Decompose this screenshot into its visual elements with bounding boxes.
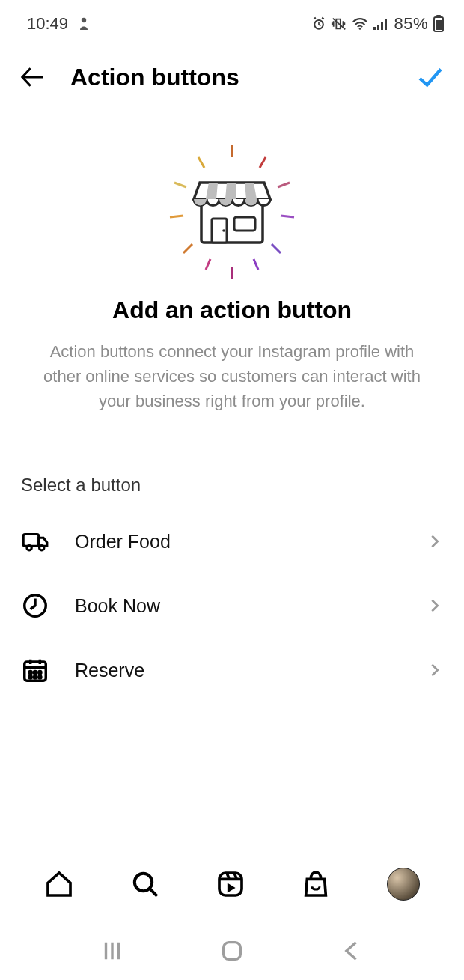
bottom-nav (0, 857, 464, 911)
option-label: Order Food (75, 531, 171, 553)
svg-rect-3 (373, 27, 376, 30)
battery-pct: 85% (394, 14, 428, 34)
svg-line-15 (170, 216, 183, 217)
svg-rect-9 (436, 20, 442, 30)
svg-rect-38 (219, 873, 242, 895)
svg-line-14 (278, 183, 290, 187)
svg-point-34 (29, 676, 31, 678)
svg-line-16 (281, 216, 294, 217)
option-order-food[interactable]: Order Food (0, 509, 464, 573)
chevron-right-icon (427, 662, 443, 678)
option-reserve[interactable]: Reserve (0, 638, 464, 702)
svg-point-28 (40, 546, 44, 550)
reels-icon[interactable] (216, 869, 245, 899)
battery-icon (433, 15, 445, 33)
option-label: Reserve (75, 660, 144, 681)
page-header: Action buttons (0, 48, 464, 111)
svg-point-24 (222, 229, 225, 232)
truck-icon (21, 527, 49, 556)
vibrate-icon (331, 16, 347, 31)
back-arrow-icon[interactable] (18, 62, 48, 92)
svg-point-32 (34, 672, 36, 674)
svg-line-18 (272, 244, 281, 253)
wifi-icon (352, 16, 368, 31)
svg-line-20 (254, 259, 258, 270)
calendar-icon (21, 656, 49, 684)
svg-line-17 (183, 244, 192, 253)
hero-description: Action buttons connect your Instagram pr… (30, 339, 434, 413)
option-label: Book Now (75, 595, 160, 617)
svg-point-0 (82, 18, 86, 22)
app-indicator-icon (77, 16, 91, 31)
svg-rect-8 (436, 15, 441, 17)
svg-rect-25 (234, 217, 255, 231)
shop-icon[interactable] (301, 869, 331, 899)
clock-icon (21, 591, 49, 620)
svg-line-12 (260, 157, 266, 168)
svg-rect-26 (23, 535, 39, 547)
profile-avatar-icon[interactable] (387, 868, 420, 901)
back-sys-icon[interactable] (339, 938, 364, 964)
status-bar: 10:49 85% (0, 0, 464, 48)
svg-rect-5 (381, 22, 383, 30)
svg-point-36 (39, 676, 41, 678)
store-illustration (153, 141, 311, 283)
svg-rect-4 (377, 25, 379, 30)
alarm-icon (311, 16, 326, 31)
hero-section: Add an action button Action buttons conn… (0, 141, 464, 413)
recents-icon[interactable] (100, 938, 125, 964)
confirm-check-icon[interactable] (415, 61, 446, 93)
hero-title: Add an action button (15, 296, 449, 324)
svg-line-19 (206, 259, 210, 270)
chevron-right-icon (427, 533, 443, 550)
svg-rect-6 (385, 19, 387, 30)
home-icon[interactable] (44, 869, 74, 899)
svg-rect-39 (224, 943, 241, 960)
svg-point-27 (27, 546, 31, 550)
option-book-now[interactable]: Book Now (0, 573, 464, 638)
svg-point-33 (39, 672, 41, 674)
svg-line-11 (198, 157, 204, 168)
status-time: 10:49 (27, 14, 68, 34)
search-icon[interactable] (130, 869, 160, 899)
system-nav (0, 922, 464, 980)
signal-icon (373, 16, 389, 31)
svg-line-13 (174, 183, 186, 187)
svg-point-31 (29, 672, 31, 674)
section-label: Select a button (21, 475, 443, 496)
svg-point-37 (134, 874, 151, 891)
page-title: Action buttons (70, 64, 239, 91)
chevron-right-icon (427, 597, 443, 614)
home-sys-icon[interactable] (219, 938, 245, 964)
svg-point-2 (359, 28, 361, 30)
svg-point-35 (34, 676, 36, 678)
